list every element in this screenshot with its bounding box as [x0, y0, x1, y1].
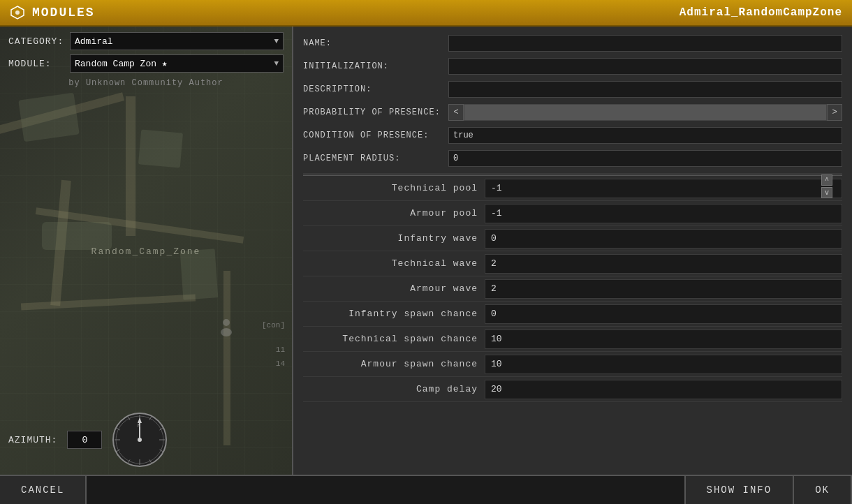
param-row: Camp delay [303, 377, 842, 402]
condition-row: CONDITION OF PRESENCE: [303, 126, 842, 145]
param-label-6: Technical spawn chance [303, 334, 485, 344]
map-area: Random_Camp_Zone [con] 11 14 [0, 96, 292, 406]
bottom-bar: CANCEL SHOW INFO OK [0, 475, 852, 504]
module-dropdown-arrow: ▼ [274, 59, 279, 68]
param-input-6[interactable] [485, 329, 842, 349]
module-select[interactable]: Random Camp Zon ★ ▼ [70, 54, 284, 73]
svg-point-3 [221, 328, 232, 336]
initialization-row: INITIALIZATION: [303, 57, 842, 76]
initialization-label: INITIALIZATION: [303, 61, 443, 71]
param-input-8[interactable] [485, 380, 842, 399]
probability-right-arrow[interactable]: > [827, 104, 842, 121]
param-input-5[interactable] [485, 304, 842, 324]
title-bar: MODULES Admiral_RandomCampZone [0, 0, 852, 27]
category-label: CATEGORY: [8, 36, 64, 47]
param-label-2: Infantry wave [303, 233, 485, 244]
placement-row: PLACEMENT RADIUS: [303, 149, 842, 168]
compass-dial: N [112, 412, 168, 468]
description-label: DESCRIPTION: [303, 84, 443, 94]
initialization-input[interactable] [448, 58, 842, 75]
cancel-button[interactable]: CANCEL [0, 476, 87, 504]
svg-text:N: N [138, 423, 140, 429]
svg-point-1 [15, 10, 20, 15]
condition-label: CONDITION OF PRESENCE: [303, 131, 443, 140]
category-dropdown-arrow: ▼ [274, 37, 279, 45]
title-left: MODULES [10, 5, 95, 20]
ok-button[interactable]: OK [793, 476, 852, 504]
modules-icon [10, 5, 25, 20]
module-row: MODULE: Random Camp Zon ★ ▼ [8, 54, 284, 73]
param-row: Infantry wave [303, 226, 842, 251]
param-label-3: Technical wave [303, 258, 485, 269]
category-select[interactable]: Admiral ▼ [70, 32, 284, 50]
param-input-7[interactable] [485, 355, 842, 374]
param-input-4[interactable] [485, 279, 842, 299]
description-input[interactable] [448, 81, 842, 98]
author-text: by Unknown Community Author [8, 77, 284, 91]
param-label-0: Technical pool [303, 183, 485, 193]
probability-row: PROBABILITY OF PRESENCE: < > [303, 103, 842, 122]
placement-label: PLACEMENT RADIUS: [303, 154, 443, 163]
param-input-0[interactable] [485, 179, 842, 198]
azimuth-label: AZIMUTH: [8, 435, 57, 445]
probability-control: < > [448, 104, 842, 121]
app-title: MODULES [32, 6, 95, 20]
name-label: NAME: [303, 38, 443, 48]
name-row: NAME: [303, 34, 842, 53]
main-layout: CATEGORY: Admiral ▼ MODULE: Random Camp … [0, 27, 852, 475]
probability-left-arrow[interactable]: < [448, 104, 464, 121]
left-controls: CATEGORY: Admiral ▼ MODULE: Random Camp … [0, 27, 292, 96]
param-label-7: Armour spawn chance [303, 359, 485, 369]
param-row: Infantry spawn chance [303, 302, 842, 327]
param-input-3[interactable] [485, 254, 842, 274]
svg-point-2 [223, 319, 230, 326]
zone-label: Random_Camp_Zone [91, 246, 201, 257]
params-area: Technical poolArmour poolInfantry waveTe… [303, 173, 842, 475]
param-label-5: Infantry spawn chance [303, 309, 485, 319]
scroll-down-button[interactable]: v [821, 187, 832, 198]
param-input-1[interactable] [485, 204, 842, 223]
param-label-4: Armour wave [303, 283, 485, 294]
param-label-8: Camp delay [303, 384, 485, 394]
probability-label: PROBABILITY OF PRESENCE: [303, 108, 443, 117]
module-label: MODULE: [8, 59, 64, 69]
probability-bar[interactable] [464, 104, 827, 121]
right-panel: NAME: INITIALIZATION: DESCRIPTION: PROBA… [293, 27, 852, 475]
scroll-indicator: ^v [821, 173, 832, 198]
params-list[interactable]: Technical poolArmour poolInfantry waveTe… [303, 176, 842, 475]
svg-point-20 [138, 438, 142, 442]
azimuth-input[interactable] [67, 431, 102, 449]
condition-input[interactable] [448, 127, 842, 144]
category-row: CATEGORY: Admiral ▼ [8, 32, 284, 50]
map-person-icon [216, 317, 236, 336]
param-row: Technical spawn chance [303, 327, 842, 352]
placement-input[interactable] [448, 150, 842, 167]
map-label-1: [con] [262, 321, 285, 329]
show-info-button[interactable]: SHOW INFO [684, 476, 793, 504]
right-content: NAME: INITIALIZATION: DESCRIPTION: PROBA… [293, 27, 852, 475]
name-input[interactable] [448, 35, 842, 52]
param-row: Technical wave [303, 251, 842, 276]
map-label-2: 11 [276, 346, 285, 354]
scroll-up-button[interactable]: ^ [821, 175, 832, 186]
param-row: Technical pool [303, 176, 842, 201]
param-input-2[interactable] [485, 229, 842, 249]
description-row: DESCRIPTION: [303, 80, 842, 99]
param-label-1: Armour pool [303, 208, 485, 218]
param-row: Armour spawn chance [303, 352, 842, 377]
left-panel: CATEGORY: Admiral ▼ MODULE: Random Camp … [0, 27, 293, 475]
window-name: Admiral_RandomCampZone [680, 6, 842, 19]
param-row: Armour wave [303, 276, 842, 302]
azimuth-section: AZIMUTH: [0, 406, 292, 475]
param-row: Armour pool [303, 201, 842, 226]
map-label-3: 14 [276, 360, 285, 368]
